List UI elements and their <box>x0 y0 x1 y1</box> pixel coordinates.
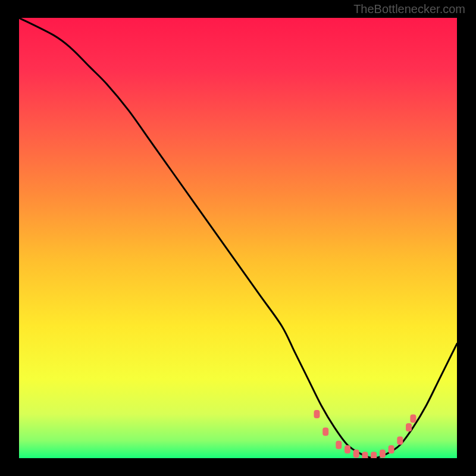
highlight-marker <box>322 428 328 436</box>
highlight-marker <box>371 452 377 458</box>
highlight-marker <box>380 450 386 458</box>
highlight-marker <box>314 410 320 418</box>
highlight-marker <box>362 452 368 458</box>
gradient-background <box>19 18 457 458</box>
highlight-marker <box>406 423 412 431</box>
chart-svg <box>19 18 457 458</box>
highlight-marker <box>336 441 342 449</box>
highlight-marker <box>353 450 359 458</box>
chart-canvas <box>19 18 457 458</box>
highlight-marker <box>410 414 416 422</box>
watermark-text: TheBottlenecker.com <box>353 2 465 16</box>
highlight-marker <box>389 445 394 453</box>
highlight-marker <box>397 436 403 444</box>
highlight-marker <box>345 445 350 453</box>
